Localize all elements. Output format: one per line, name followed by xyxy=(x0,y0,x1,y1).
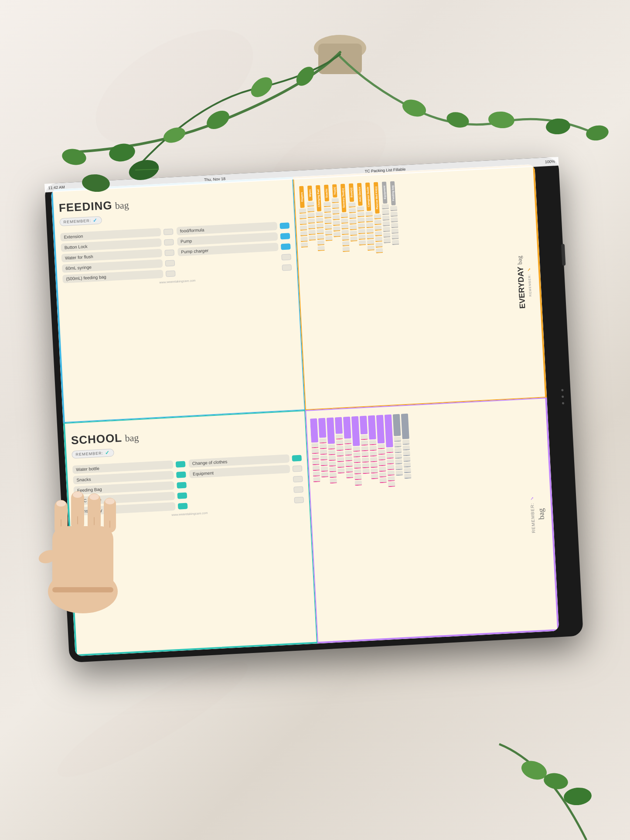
mystery-remember: REMEMBER: xyxy=(530,503,536,534)
mystery-bag-panel: REMEMBER: ✓ bag xyxy=(305,398,559,643)
check-pump-charger[interactable] xyxy=(280,243,290,250)
tablet-dot-1 xyxy=(561,389,563,391)
svg-point-28 xyxy=(73,492,82,498)
check-school-empty-3[interactable] xyxy=(293,476,303,482)
everyday-bag-panel: Diapers Wipes xyxy=(293,164,547,410)
check-school-feeding[interactable] xyxy=(177,482,187,488)
status-battery: 100% xyxy=(545,159,555,164)
svg-point-27 xyxy=(56,500,66,507)
check-empty-5[interactable] xyxy=(282,264,292,271)
feeding-left-col: Extension Button Lock Water for flush 60… xyxy=(60,227,175,283)
check-food-formula[interactable] xyxy=(279,222,289,229)
hand-illustration xyxy=(13,439,153,613)
check-feeding-bag[interactable] xyxy=(166,270,176,277)
mystery-script: bag xyxy=(537,509,546,520)
feeding-script: bag xyxy=(115,200,129,211)
status-app: TC Packing List Fillable xyxy=(364,167,405,173)
school-right-col: Change of clothes Equipment - - xyxy=(188,454,303,510)
svg-point-29 xyxy=(89,494,99,500)
tablet-side-icons xyxy=(561,389,564,404)
check-empty-4[interactable] xyxy=(281,254,291,260)
everyday-script: bag xyxy=(516,256,523,265)
svg-point-30 xyxy=(105,498,115,504)
feeding-title: FEEDING xyxy=(58,199,112,214)
check-change-clothes[interactable] xyxy=(292,455,302,461)
status-day: Thu, Nov 18 xyxy=(204,177,225,182)
everyday-title: EVERYDAY xyxy=(516,266,527,309)
svg-rect-31 xyxy=(52,587,113,592)
svg-rect-17 xyxy=(52,526,113,596)
check-button-lock[interactable] xyxy=(164,239,174,245)
check-school-empty-4[interactable] xyxy=(293,486,303,493)
feeding-right-col: food/formula Pump Pump charger - xyxy=(176,221,291,277)
status-time: 11:42 AM xyxy=(48,185,65,190)
check-school-empty-5[interactable] xyxy=(294,497,304,503)
check-extension[interactable] xyxy=(163,228,174,235)
check-snacks[interactable] xyxy=(176,471,186,478)
check-pump[interactable] xyxy=(280,233,290,239)
check-water-flush[interactable] xyxy=(164,249,174,256)
feeding-checklist: Extension Button Lock Water for flush 60… xyxy=(60,221,292,283)
check-water-bottle[interactable] xyxy=(176,461,186,467)
tablet-dot-3 xyxy=(562,402,564,404)
mystery-columns xyxy=(310,404,533,637)
check-syringe[interactable] xyxy=(165,260,175,266)
check-school-equipment[interactable] xyxy=(292,465,302,472)
feeding-remember-badge: REMEMBER: ✓ xyxy=(59,216,102,226)
feeding-bag-panel: FEEDING bag REMEMBER: ✓ Extension But xyxy=(51,177,305,423)
everyday-remember: REMEMBER: xyxy=(528,274,532,297)
check-school-aac[interactable] xyxy=(177,492,187,499)
tablet-dot-2 xyxy=(562,395,564,398)
check-sensory-toy[interactable] xyxy=(178,503,188,509)
